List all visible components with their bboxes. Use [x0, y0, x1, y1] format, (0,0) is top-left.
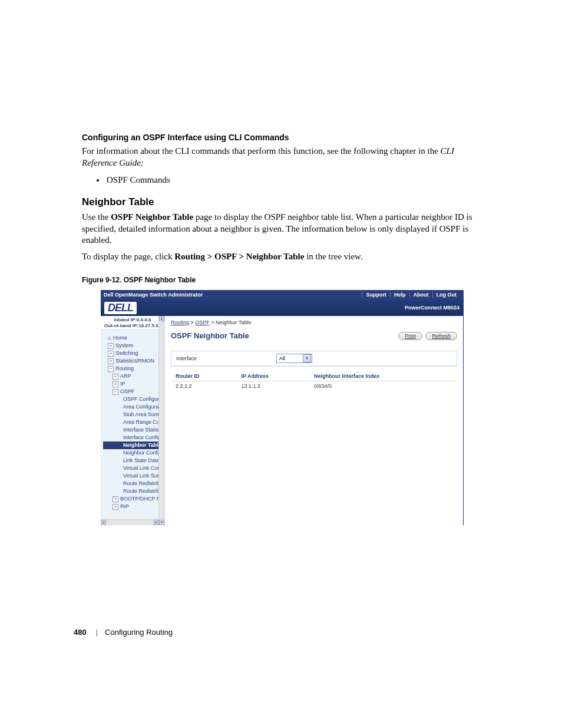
expand-icon[interactable]: + — [108, 351, 114, 357]
interface-label: Interface — [176, 355, 276, 361]
screenshot: Dell OpenManage Switch Administrator Sup… — [101, 290, 464, 525]
neighbor-table: Router ID IP Address Neighbour Interface… — [171, 371, 457, 391]
crumb-sep: > — [210, 319, 216, 325]
about-link[interactable]: About — [409, 292, 432, 298]
col-router-id: Router ID — [171, 371, 237, 381]
table-header-row: Router ID IP Address Neighbour Interface… — [171, 371, 457, 381]
page-title: OSPF Neighbor Table — [171, 331, 249, 340]
interface-select[interactable]: All — [276, 354, 312, 363]
tree-stats[interactable]: +Statistics/RMON — [103, 357, 164, 365]
tree-route-redis2[interactable]: Route Redistributio — [103, 487, 164, 495]
tree-vlink-summ[interactable]: Virtual Link Summ — [103, 472, 164, 480]
tree-arp[interactable]: +ARP — [103, 373, 164, 380]
page-footer: 480 | Configuring Routing — [74, 628, 173, 637]
text: in the tree view. — [304, 252, 362, 261]
crumb-ospf[interactable]: OSPF — [195, 319, 210, 325]
vertical-scrollbar[interactable]: ▴ ▾ — [158, 316, 164, 525]
text: To display the page, click — [82, 252, 174, 261]
nav-tree: Home +System +Switching +Statistics/RMON… — [101, 330, 164, 518]
horizontal-scrollbar[interactable]: ◂ ▸ — [101, 519, 159, 525]
expand-icon[interactable]: + — [108, 343, 114, 349]
collapse-icon[interactable]: − — [108, 366, 114, 372]
crumb-routing[interactable]: Routing — [171, 319, 189, 325]
help-link[interactable]: Help — [390, 292, 409, 298]
dell-logo: DELL — [104, 302, 137, 314]
app-title: Dell OpenManage Switch Administrator — [104, 292, 203, 298]
tree-home[interactable]: Home — [103, 334, 164, 342]
tree-switching[interactable]: +Switching — [103, 350, 164, 357]
figure-caption: Figure 9-12. OSPF Neighbor Table — [82, 276, 480, 284]
sidebar: Inband IP:0.0.0.0 Out-of-band IP:10.27.5… — [101, 316, 165, 525]
term: OSPF Neighbor Table — [111, 212, 193, 222]
tree-vlink-config[interactable]: Virtual Link Config — [103, 465, 164, 472]
tree-if-stats[interactable]: Interface Statistics — [103, 426, 164, 434]
print-button[interactable]: Print — [398, 332, 422, 340]
ip-info: Inband IP:0.0.0.0 Out-of-band IP:10.27.5… — [101, 316, 164, 330]
col-ip-address: IP Address — [237, 371, 310, 381]
filter-panel: Interface All — [171, 351, 457, 367]
page-number: 480 — [74, 628, 87, 637]
cell-neighbor-if-index: 0/634/0 — [309, 381, 457, 391]
tree-stub-area[interactable]: Stub Area Summa — [103, 411, 164, 419]
window-titlebar: Dell OpenManage Switch Administrator Sup… — [101, 290, 463, 299]
main-panel: Routing > OSPF > Neighbor Table OSPF Nei… — [165, 316, 463, 525]
expand-icon[interactable]: + — [113, 496, 118, 502]
scroll-up-icon[interactable]: ▴ — [159, 316, 164, 321]
tree-bootp[interactable]: +BOOTP/DHCP Relay — [103, 495, 164, 503]
expand-icon[interactable]: + — [113, 381, 118, 387]
support-link[interactable]: Support — [362, 292, 390, 298]
brand-bar: DELL PowerConnect M8024 — [101, 299, 463, 316]
scroll-right-icon[interactable]: ▸ — [154, 520, 159, 525]
tree-ospf-config[interactable]: OSPF Configuratio — [103, 396, 164, 403]
logout-link[interactable]: Log Out — [432, 292, 461, 298]
breadcrumb: Routing > OSPF > Neighbor Table — [171, 319, 457, 325]
nav-path: Routing > OSPF > Neighbor Table — [174, 252, 304, 261]
device-model: PowerConnect M8024 — [405, 305, 459, 311]
tree-neighbor-table[interactable]: Neighbor Table — [103, 442, 164, 449]
tree-if-config[interactable]: Interface Configura — [103, 434, 164, 442]
crumb-sep: > — [189, 319, 195, 325]
expand-icon[interactable]: + — [113, 504, 118, 510]
footer-separator: | — [96, 628, 98, 637]
bullet-list: OSPF Commands — [82, 174, 480, 186]
scroll-left-icon[interactable]: ◂ — [101, 520, 106, 525]
cell-ip-address: 13.1.1.2 — [237, 381, 310, 391]
collapse-icon[interactable]: − — [113, 389, 118, 395]
table-row: 2.2.2.2 13.1.1.2 0/634/0 — [171, 381, 457, 391]
crumb-current: Neighbor Table — [216, 319, 251, 325]
tree-route-redis1[interactable]: Route Redistributio — [103, 480, 164, 487]
col-neighbor-if-index: Neighbour Interface Index — [309, 371, 457, 381]
expand-icon[interactable]: + — [113, 374, 118, 380]
tree-ip[interactable]: +IP — [103, 380, 164, 388]
tree-lsdb[interactable]: Link State Databa — [103, 457, 164, 465]
text: For information about the CLI commands t… — [82, 146, 441, 156]
text: Use the — [82, 212, 111, 222]
tree-ospf[interactable]: −OSPF — [103, 388, 164, 396]
cell-router-id: 2.2.2.2 — [171, 381, 237, 391]
subsection-heading: Neighbor Table — [82, 196, 480, 208]
expand-icon[interactable]: + — [108, 358, 114, 364]
oob-ip: Out-of-band IP:10.27.5.31 — [101, 323, 164, 329]
tree-system[interactable]: +System — [103, 342, 164, 350]
tree-neighbor-config[interactable]: Neighbor Configura — [103, 449, 164, 457]
tree-rip[interactable]: +RIP — [103, 503, 164, 510]
section-heading: Configuring an OSPF Interface using CLI … — [82, 133, 480, 142]
list-item: OSPF Commands — [105, 174, 480, 186]
tree-routing[interactable]: −Routing — [103, 365, 164, 373]
paragraph: For information about the CLI commands t… — [82, 146, 480, 169]
chapter-name: Configuring Routing — [105, 628, 173, 637]
tree-area-range[interactable]: Area Range Confi — [103, 419, 164, 426]
paragraph: Use the OSPF Neighbor Table page to disp… — [82, 212, 480, 246]
scroll-down-icon[interactable]: ▾ — [159, 520, 164, 525]
tree-area-config[interactable]: Area Configuration — [103, 403, 164, 411]
paragraph: To display the page, click Routing > OSP… — [82, 251, 480, 263]
inband-ip: Inband IP:0.0.0.0 — [101, 317, 164, 323]
refresh-button[interactable]: Refresh — [425, 332, 457, 340]
